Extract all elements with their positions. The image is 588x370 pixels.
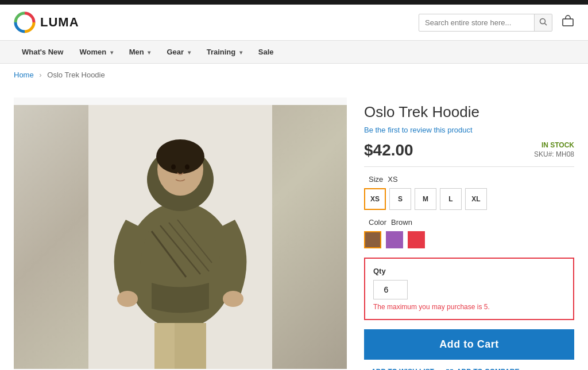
product-info: Oslo Trek Hoodie Be the first to review … (364, 98, 574, 370)
qty-input[interactable] (373, 280, 408, 299)
main-nav: What's New Women ▾ Men ▾ Gear ▾ Training… (0, 41, 588, 64)
svg-point-18 (156, 139, 204, 174)
size-option: SizeXS XS S M L XL (364, 175, 574, 210)
price-row: $42.00 IN STOCK SKU#: MH08 (364, 141, 574, 167)
stock-info: IN STOCK SKU#: MH08 (534, 141, 574, 158)
search-button[interactable] (534, 14, 552, 31)
training-dropdown-arrow: ▾ (239, 49, 242, 56)
svg-rect-17 (175, 323, 206, 369)
svg-point-20 (185, 164, 189, 169)
action-links: ♥ ADD TO WISH LIST ▮▮ ADD TO COMPARE (364, 368, 574, 370)
main-content: Oslo Trek Hoodie Be the first to review … (0, 86, 588, 370)
sku-value: MH08 (556, 150, 574, 158)
breadcrumb: Home › Oslo Trek Hoodie (0, 64, 588, 86)
compare-icon: ▮▮ (446, 368, 454, 370)
svg-point-1 (540, 18, 546, 24)
breadcrumb-sep: › (39, 71, 41, 79)
nav-sale[interactable]: Sale (250, 41, 282, 63)
women-dropdown-arrow: ▾ (110, 49, 113, 56)
gear-dropdown-arrow: ▾ (188, 49, 191, 56)
size-l[interactable]: L (440, 188, 462, 210)
size-m[interactable]: M (415, 188, 436, 210)
product-price: $42.00 (364, 141, 413, 159)
add-to-cart-button[interactable]: Add to Cart (364, 329, 574, 360)
logo-text: LUMA (40, 15, 79, 30)
sku: SKU#: MH08 (534, 150, 574, 158)
selected-size-display: XS (388, 175, 397, 184)
svg-point-10 (117, 291, 138, 307)
qty-error: The maximum you may purchase is 5. (373, 303, 565, 311)
nav-whats-new[interactable]: What's New (14, 41, 71, 63)
svg-line-2 (545, 23, 547, 25)
product-image-placeholder (14, 105, 347, 369)
size-xs[interactable]: XS (364, 188, 386, 210)
nav-women[interactable]: Women ▾ (71, 41, 121, 63)
review-link[interactable]: Be the first to review this product (364, 126, 574, 134)
search-icon (539, 18, 547, 26)
cart-svg (562, 15, 574, 28)
search-input[interactable] (419, 15, 534, 30)
color-swatch-red[interactable] (408, 231, 425, 248)
size-label: SizeXS (364, 175, 574, 184)
color-swatch-brown[interactable] (364, 231, 381, 248)
stock-status: IN STOCK (534, 141, 574, 149)
breadcrumb-current: Oslo Trek Hoodie (47, 71, 105, 79)
header: LUMA (0, 5, 588, 41)
color-label: ColorBrown (364, 218, 574, 227)
logo-icon (14, 11, 36, 33)
nav-men[interactable]: Men ▾ (121, 41, 159, 63)
product-title: Oslo Trek Hoodie (364, 103, 574, 121)
size-xl[interactable]: XL (465, 188, 487, 210)
top-bar (0, 0, 588, 5)
breadcrumb-home[interactable]: Home (14, 71, 34, 79)
product-image (14, 98, 347, 370)
sku-label: SKU#: (534, 150, 554, 158)
nav-gear[interactable]: Gear ▾ (158, 41, 198, 63)
men-dropdown-arrow: ▾ (148, 49, 150, 56)
nav-training[interactable]: Training ▾ (199, 41, 250, 63)
svg-rect-3 (563, 19, 573, 26)
selected-color-display: Brown (391, 218, 412, 227)
qty-label: Qty (373, 267, 565, 275)
model-svg (88, 105, 272, 369)
svg-point-19 (171, 164, 176, 169)
color-swatch-purple[interactable] (386, 231, 403, 248)
qty-section: Qty The maximum you may purchase is 5. (364, 258, 574, 320)
logo[interactable]: LUMA (14, 11, 79, 33)
header-right (419, 14, 574, 32)
color-swatches (364, 231, 574, 248)
size-options: XS S M L XL (364, 188, 574, 210)
search-bar (419, 14, 552, 32)
add-to-wishlist-link[interactable]: ♥ ADD TO WISH LIST (364, 368, 434, 370)
heart-icon: ♥ (364, 368, 368, 370)
cart-icon[interactable] (562, 15, 574, 30)
svg-point-11 (223, 291, 243, 307)
size-s[interactable]: S (389, 188, 411, 210)
color-option: ColorBrown (364, 218, 574, 248)
add-to-compare-link[interactable]: ▮▮ ADD TO COMPARE (446, 368, 520, 370)
